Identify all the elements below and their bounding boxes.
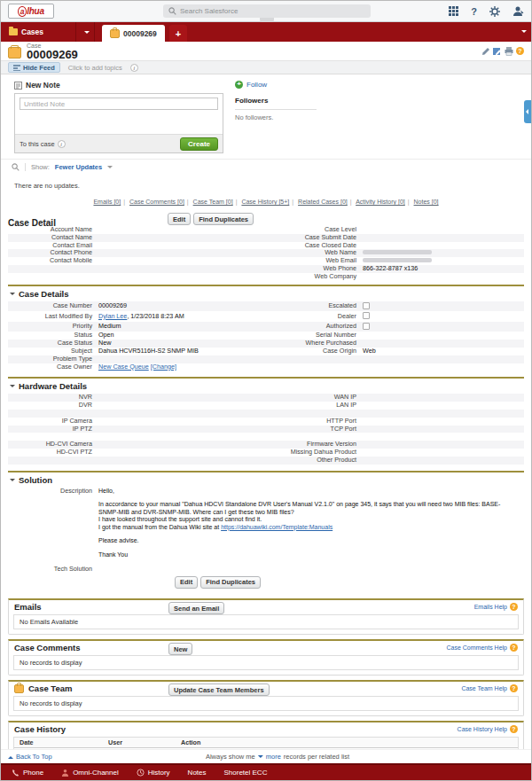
related-list-case-team: Case Team Update Case Team Members Case … xyxy=(8,680,524,716)
find-duplicates-button[interactable]: Find Duplicates xyxy=(193,213,254,225)
section-title: Emails xyxy=(14,602,42,612)
jump-link-notes[interactable]: Notes [0] xyxy=(414,199,439,205)
edit-button[interactable]: Edit xyxy=(168,213,191,225)
tab-overflow-chevron-icon[interactable] xyxy=(521,30,527,35)
more-records-link[interactable]: more xyxy=(266,753,281,761)
search-input[interactable] xyxy=(180,7,365,15)
info-icon[interactable]: i xyxy=(130,64,138,72)
feed-search-icon[interactable] xyxy=(12,163,20,171)
feed-filter-dropdown[interactable]: Fewer Updates xyxy=(55,163,102,171)
note-footer: To this case i Create xyxy=(15,134,223,152)
field-label: TCP Port xyxy=(265,426,363,433)
field-value xyxy=(363,311,524,322)
tab-case-00009269[interactable]: 00009269 xyxy=(102,25,165,42)
printable-view-icon[interactable] xyxy=(505,47,513,56)
column-header-action: Action xyxy=(181,738,518,747)
section-header[interactable]: Hardware Details xyxy=(8,379,524,394)
find-duplicates-button[interactable]: Find Duplicates xyxy=(200,576,261,589)
page-help-icon[interactable]: ? xyxy=(516,47,524,55)
section-title: Hardware Details xyxy=(19,381,87,391)
help-icon[interactable]: ? xyxy=(510,644,518,652)
edit-button[interactable]: Edit xyxy=(175,576,198,589)
primary-tab-label: Cases xyxy=(21,27,72,36)
note-compose-box: To this case i Create xyxy=(14,93,223,153)
footer-item-shoretel-ecc[interactable]: Shoretel ECC xyxy=(224,769,268,777)
footer-item-notes[interactable]: Notes xyxy=(188,769,207,777)
emails-help-link[interactable]: Emails Help xyxy=(474,604,507,610)
divider xyxy=(75,22,76,42)
jump-link-emails[interactable]: Emails [0] xyxy=(93,199,121,205)
follow-link[interactable]: Follow xyxy=(246,81,267,89)
page-title: 00009269 xyxy=(27,50,78,60)
add-topics-link[interactable]: Click to add topics xyxy=(68,64,122,72)
user-link[interactable]: Dylan Lee xyxy=(98,312,127,320)
sidebar-collapse-handle[interactable] xyxy=(524,100,531,123)
case-history-help-link[interactable]: Case History Help xyxy=(458,726,507,732)
to-this-case-label: To this case xyxy=(20,140,55,148)
phone-icon xyxy=(12,769,20,777)
chevron-down-icon[interactable] xyxy=(84,31,90,36)
case-icon xyxy=(8,47,21,59)
case-number-value: 00009269 xyxy=(98,302,265,310)
note-body-area[interactable] xyxy=(15,110,223,134)
help-icon[interactable]: ? xyxy=(510,603,518,611)
note-title-input[interactable] xyxy=(20,98,218,110)
collapse-feed-icon xyxy=(13,64,20,71)
hide-feed-label: Hide Feed xyxy=(23,64,55,72)
collapse-triangle-icon xyxy=(10,293,15,298)
column-header-date: Date xyxy=(20,738,108,747)
jump-link-activity-history[interactable]: Activity History [0] xyxy=(356,199,405,205)
field-value: New Case Queue [Change] xyxy=(98,363,265,371)
jump-link-case-history[interactable]: Case History [5+] xyxy=(241,199,289,205)
description-line: I got the manual from the Dahua Wiki sit… xyxy=(98,524,221,530)
collapse-triangle-icon xyxy=(10,479,15,484)
no-followers-text: No followers. xyxy=(235,113,317,121)
app-launcher-icon[interactable] xyxy=(449,6,458,16)
section-header[interactable]: Case Details xyxy=(8,286,524,301)
new-comment-button[interactable]: New xyxy=(168,643,192,655)
dahua-wiki-link[interactable]: https://dahuawiki.com/Template:Manuals xyxy=(221,524,332,530)
case-team-help-link[interactable]: Case Team Help xyxy=(461,685,507,691)
footer-item-history[interactable]: History xyxy=(137,769,170,777)
footer-item-phone[interactable]: Phone xyxy=(12,769,43,777)
field-label: Other Product xyxy=(265,457,363,465)
info-icon[interactable]: i xyxy=(58,140,66,148)
records-per-list-control: Always show me more records per related … xyxy=(206,753,349,761)
priority-value: Medium xyxy=(98,323,265,331)
field-label: Description xyxy=(8,488,98,566)
setup-gear-icon[interactable] xyxy=(489,6,500,17)
send-an-email-button[interactable]: Send an Email xyxy=(168,602,224,614)
case-comments-help-link[interactable]: Case Comments Help xyxy=(447,644,507,651)
help-icon[interactable]: ? xyxy=(510,684,518,692)
history-clock-icon xyxy=(137,769,145,777)
help-icon[interactable]: ? xyxy=(471,6,477,17)
new-tab-button[interactable]: + xyxy=(169,25,187,42)
jump-link-case-comments[interactable]: Case Comments [0] xyxy=(129,199,184,205)
create-note-button[interactable]: Create xyxy=(180,137,218,151)
update-case-team-members-button[interactable]: Update Case Team Members xyxy=(168,683,270,696)
notifications-avatar-icon[interactable] xyxy=(512,5,524,17)
primary-tab-cases[interactable]: Cases xyxy=(3,22,95,42)
follow-plus-icon[interactable]: + xyxy=(235,81,243,89)
divider: | xyxy=(236,199,238,205)
empty-state-text: No records to display xyxy=(20,659,82,667)
footer-item-omni-channel[interactable]: Omni-Channel xyxy=(61,769,119,777)
new-note-tab-label[interactable]: New Note xyxy=(26,81,60,90)
help-icon[interactable]: ? xyxy=(510,725,518,733)
jump-link-case-team[interactable]: Case Team [0] xyxy=(193,199,233,205)
case-detail-table: Account NameCase Level Contact NameCase … xyxy=(8,226,524,281)
footer-item-label: Shoretel ECC xyxy=(224,769,268,777)
chevron-down-icon[interactable] xyxy=(107,166,113,171)
case-owner-link[interactable]: New Case Queue xyxy=(98,363,149,371)
hide-feed-button[interactable]: Hide Feed xyxy=(8,62,60,73)
change-owner-link[interactable]: [Change] xyxy=(151,363,176,371)
jump-link-related-cases[interactable]: Related Cases [0] xyxy=(298,199,348,205)
plus-icon: + xyxy=(176,28,181,39)
section-header[interactable]: Solution xyxy=(8,473,524,488)
logo-text: lhua xyxy=(27,6,43,16)
global-header: alhua ? xyxy=(1,1,531,22)
back-to-top-link[interactable]: Back To Top xyxy=(8,753,52,761)
record-actions: ? xyxy=(481,47,524,56)
edit-layout-icon[interactable] xyxy=(493,47,502,56)
edit-pencil-icon[interactable] xyxy=(481,47,490,56)
